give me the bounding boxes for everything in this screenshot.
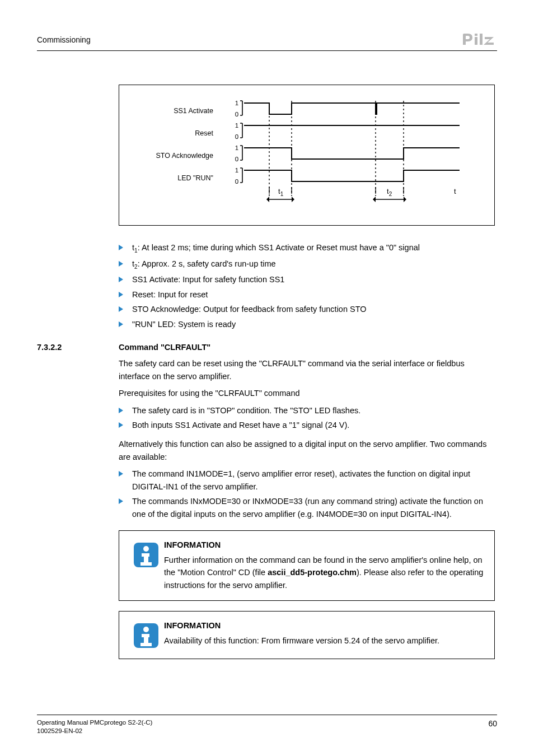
bullet-icon [119, 422, 123, 428]
info-heading: INFORMATION [164, 539, 485, 551]
paragraph: Alternatively this function can also be … [119, 438, 495, 463]
bullet-icon [119, 321, 123, 327]
footer-left: Operating Manual PMCprotego S2-2(-C) 100… [37, 718, 152, 736]
page-number: 60 [488, 718, 497, 729]
timing-diagram-svg: SS1 Activate Reset STO Acknowledge LED "… [135, 95, 471, 207]
legend-text: STO Acknowledge: Output for feedback fro… [132, 305, 367, 314]
info-box: INFORMATION Further information on the c… [119, 530, 495, 601]
bullet-icon [119, 408, 123, 413]
legend-text: SS1 Activate: Input for safety function … [132, 275, 284, 284]
info-heading: INFORMATION [164, 619, 485, 632]
marker-t1: t1 [278, 187, 284, 197]
svg-text:0: 0 [235, 178, 238, 185]
svg-point-23 [143, 546, 149, 552]
info-body: Availability of this function: From firm… [164, 634, 485, 647]
list-text: The commands INxMODE=30 or INxMODE=33 (r… [132, 497, 483, 518]
legend-text: t2: Approx. 2 s, safety card's run-up ti… [132, 259, 276, 268]
svg-text:0: 0 [235, 156, 238, 162]
list-text: The safety card is in "STOP" condition. … [132, 406, 360, 415]
bullet-icon [119, 277, 123, 282]
bullet-icon [119, 292, 123, 297]
footer-line-2: 1002529-EN-02 [37, 727, 152, 736]
info-text: INFORMATION Availability of this functio… [164, 619, 485, 650]
svg-rect-30 [144, 634, 148, 644]
signal-label: STO Acknowledge [156, 152, 213, 160]
bullet-icon [119, 306, 123, 312]
bullet-icon [119, 261, 123, 267]
legend-item: Reset: Input for reset [119, 288, 495, 301]
paragraph: Prerequisites for using the "CLRFAULT" c… [119, 387, 495, 399]
svg-text:1: 1 [235, 100, 238, 106]
pilz-logo [461, 32, 497, 47]
paragraph: The safety card can be reset using the "… [119, 357, 495, 382]
bullet-icon [119, 471, 123, 477]
legend-item: "RUN" LED: System is ready [119, 318, 495, 330]
info-text: INFORMATION Further information on the c… [164, 539, 485, 591]
legend-item: t2: Approx. 2 s, safety card's run-up ti… [119, 258, 495, 272]
list-item: Both inputs SS1 Activate and Reset have … [119, 419, 495, 431]
content: SS1 Activate Reset STO Acknowledge LED "… [37, 51, 497, 659]
timing-diagram: SS1 Activate Reset STO Acknowledge LED "… [119, 85, 495, 226]
svg-rect-26 [140, 562, 152, 566]
marker-t2: t2 [387, 187, 392, 197]
svg-rect-31 [140, 643, 152, 646]
legend-text: "RUN" LED: System is ready [132, 320, 236, 329]
info-icon [128, 539, 164, 591]
info-icon [128, 619, 164, 650]
svg-rect-0 [475, 34, 477, 36]
bullet-icon [119, 498, 123, 504]
list-item: The command IN1MODE=1, (servo amplifier … [119, 468, 495, 493]
footer-line-1: Operating Manual PMCprotego S2-2(-C) [37, 718, 152, 727]
section-heading: 7.3.2.2 Command "CLRFAULT" [37, 343, 497, 352]
svg-text:1: 1 [235, 144, 238, 151]
section-number: 7.3.2.2 [37, 343, 119, 352]
svg-rect-1 [475, 37, 477, 45]
commands-list: The command IN1MODE=1, (servo amplifier … [119, 468, 495, 520]
signal-label: SS1 Activate [174, 107, 213, 115]
page-footer: Operating Manual PMCprotego S2-2(-C) 100… [37, 715, 497, 736]
info-box: INFORMATION Availability of this functio… [119, 611, 495, 659]
list-text: Both inputs SS1 Activate and Reset have … [132, 421, 349, 430]
svg-rect-2 [480, 34, 483, 45]
list-text: The command IN1MODE=1, (servo amplifier … [132, 469, 470, 491]
marker-t: t [454, 187, 456, 195]
svg-text:0: 0 [235, 111, 238, 118]
legend-item: SS1 Activate: Input for safety function … [119, 273, 495, 286]
svg-point-28 [143, 627, 149, 632]
legend-text: Reset: Input for reset [132, 290, 208, 299]
page-header: Commissioning [37, 32, 497, 51]
section-name: Commissioning [37, 35, 91, 44]
signal-label: Reset [195, 129, 213, 137]
legend-text: t1: At least 2 ms; time during which SS1… [132, 243, 420, 252]
svg-text:1: 1 [235, 122, 238, 129]
section-title: Command "CLRFAULT" [119, 343, 210, 352]
list-item: The safety card is in "STOP" condition. … [119, 404, 495, 417]
page: Commissioning SS1 Activate Rese [0, 0, 534, 756]
bullet-icon [119, 245, 123, 250]
info-body: Further information on the command can b… [164, 554, 485, 591]
legend-item: t1: At least 2 ms; time during which SS1… [119, 241, 495, 255]
diagram-legend-list: t1: At least 2 ms; time during which SS1… [119, 241, 495, 330]
prereq-list: The safety card is in "STOP" condition. … [119, 404, 495, 432]
list-item: The commands INxMODE=30 or INxMODE=33 (r… [119, 495, 495, 520]
svg-text:1: 1 [235, 167, 238, 174]
signal-label: LED "RUN" [177, 174, 213, 182]
legend-item: STO Acknowledge: Output for feedback fro… [119, 303, 495, 315]
svg-rect-25 [144, 553, 148, 563]
svg-text:0: 0 [235, 133, 238, 140]
